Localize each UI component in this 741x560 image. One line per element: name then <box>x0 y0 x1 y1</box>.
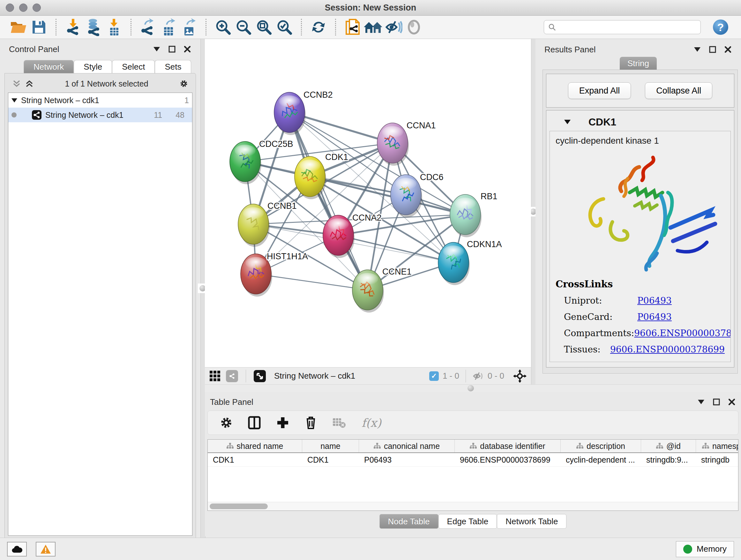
selected-checkbox-icon[interactable]: ✓ <box>429 371 439 381</box>
export-table-icon[interactable] <box>158 17 179 37</box>
cloud-button[interactable] <box>7 542 27 557</box>
zoom-out-icon[interactable] <box>233 17 254 37</box>
expand-all-icon[interactable] <box>25 79 33 88</box>
column-header-label: database identifier <box>480 442 545 451</box>
current-network-name: String Network – cdk1 <box>274 371 355 381</box>
crosslink-link[interactable]: 9606.ENSP00000378699 <box>610 344 725 355</box>
save-session-icon[interactable] <box>29 17 49 37</box>
home-icon[interactable] <box>363 17 383 37</box>
network-node[interactable]: CDKN1A <box>438 240 502 285</box>
crosslink-link[interactable]: P06493 <box>637 312 672 322</box>
zoom-selected-icon[interactable] <box>274 17 294 37</box>
network-node[interactable]: RB1 <box>450 192 497 237</box>
network-node[interactable]: CCNE1 <box>352 267 412 313</box>
table-cell[interactable]: stringdb:9... <box>641 453 696 466</box>
export-network-icon[interactable] <box>138 17 158 37</box>
selected-counts: 1 - 0 <box>443 371 459 381</box>
network-node[interactable]: CDC6 <box>391 172 444 217</box>
import-database-icon[interactable] <box>83 17 104 37</box>
bottom-splitter-handle[interactable] <box>466 383 475 393</box>
collapse-arrow-icon[interactable] <box>11 98 17 103</box>
hide-selected-icon[interactable] <box>383 17 404 37</box>
gear-icon[interactable] <box>180 79 188 88</box>
tab-sets[interactable]: Sets <box>155 60 191 73</box>
crosslink-link[interactable]: 9606.ENSP00000378699 <box>634 328 731 338</box>
close-panel-icon[interactable] <box>183 45 192 53</box>
network-row[interactable]: String Network – cdk1 11 48 <box>8 108 192 122</box>
column-header[interactable]: description <box>561 440 641 452</box>
help-icon[interactable]: ? <box>713 19 728 35</box>
table-row[interactable]: CDK1CDK1P064939606.ENSP00000378699cyclin… <box>208 453 738 467</box>
tab-string[interactable]: String <box>620 57 657 70</box>
crosslink-link[interactable]: P06493 <box>637 295 672 306</box>
search-icon <box>548 23 556 31</box>
tab-select[interactable]: Select <box>112 60 155 73</box>
collapse-all-button[interactable]: Collapse All <box>645 82 712 99</box>
warning-button[interactable] <box>36 542 56 557</box>
import-network-icon[interactable] <box>63 17 83 37</box>
column-header[interactable]: namespace <box>696 440 738 452</box>
network-view-share-icon[interactable] <box>226 370 238 382</box>
search-input[interactable] <box>559 22 697 32</box>
panel-menu-icon[interactable] <box>693 45 701 54</box>
column-header[interactable]: shared name <box>208 440 302 452</box>
column-header[interactable]: name <box>302 440 359 452</box>
network-node[interactable]: CDK1 <box>294 152 348 199</box>
export-image-icon[interactable] <box>179 17 199 37</box>
tab-network-table[interactable]: Network Table <box>497 514 566 529</box>
panel-menu-icon[interactable] <box>697 398 705 406</box>
add-column-icon[interactable] <box>276 416 289 429</box>
delete-column-icon[interactable] <box>305 416 317 430</box>
show-gray-icon[interactable] <box>404 17 424 37</box>
close-panel-icon[interactable] <box>724 45 732 54</box>
tab-node-table[interactable]: Node Table <box>380 514 439 529</box>
network-node[interactable]: CCNB2 <box>274 90 333 135</box>
refresh-icon[interactable] <box>308 17 329 37</box>
search-box[interactable] <box>544 20 701 34</box>
network-node[interactable]: CCNA1 <box>377 121 436 166</box>
float-panel-icon[interactable] <box>709 45 717 54</box>
show-columns-icon[interactable] <box>248 416 261 429</box>
table-cell[interactable]: 9606.ENSP00000378699 <box>455 453 561 466</box>
network-node[interactable]: CCNA2 <box>323 213 382 258</box>
zoom-fit-icon[interactable] <box>254 17 274 37</box>
pan-crosshair-icon[interactable] <box>513 369 527 383</box>
open-in-window-icon[interactable] <box>254 370 266 382</box>
network-node[interactable]: HIST1H1A <box>241 252 308 297</box>
network-node[interactable]: CCNB1 <box>238 201 297 247</box>
panel-menu-icon[interactable] <box>152 45 161 53</box>
zoom-in-icon[interactable] <box>213 17 233 37</box>
import-table-icon[interactable] <box>104 17 124 37</box>
table-cell[interactable]: P06493 <box>359 453 455 466</box>
float-panel-icon[interactable] <box>712 398 721 406</box>
network-node[interactable]: CDC25B <box>230 139 293 184</box>
table-settings-gear-icon[interactable] <box>220 416 232 429</box>
collapse-protein-icon[interactable] <box>564 120 570 124</box>
function-builder-icon: f(x) <box>361 416 381 429</box>
protein-description: cyclin-dependent kinase 1 <box>556 136 725 146</box>
tab-style[interactable]: Style <box>74 60 112 73</box>
column-header[interactable]: database identifier <box>455 440 561 452</box>
table-cell[interactable]: CDK1 <box>208 453 302 466</box>
close-panel-icon[interactable] <box>728 398 736 406</box>
float-panel-icon[interactable] <box>168 45 176 53</box>
crosslink-link[interactable]: P06493 <box>637 361 672 362</box>
hidden-eye-icon[interactable] <box>472 371 484 381</box>
birdseye-grid-icon[interactable] <box>209 370 221 382</box>
collapse-all-icon[interactable] <box>12 79 21 88</box>
open-session-icon[interactable] <box>8 17 29 37</box>
table-cell[interactable]: CDK1 <box>302 453 359 466</box>
column-header[interactable]: @id <box>641 440 696 452</box>
table-cell[interactable]: stringdb <box>696 453 738 466</box>
memory-button[interactable]: Memory <box>676 541 734 557</box>
horizontal-scrollbar[interactable] <box>208 502 738 510</box>
tab-network[interactable]: Network <box>23 60 74 73</box>
expand-all-button[interactable]: Expand All <box>568 82 631 99</box>
table-cell[interactable]: cyclin-dependent ... <box>561 453 641 466</box>
network-canvas[interactable]: CCNB2 CCNA1 CDC25B CDK1 CDC6 RB1 CCNB1 <box>205 39 531 367</box>
column-header[interactable]: canonical name <box>359 440 455 452</box>
copy-document-icon[interactable] <box>342 17 363 37</box>
scrollbar-thumb[interactable] <box>210 503 268 509</box>
network-collection-row[interactable]: String Network – cdk1 1 <box>8 93 192 108</box>
tab-edge-table[interactable]: Edge Table <box>439 514 497 529</box>
